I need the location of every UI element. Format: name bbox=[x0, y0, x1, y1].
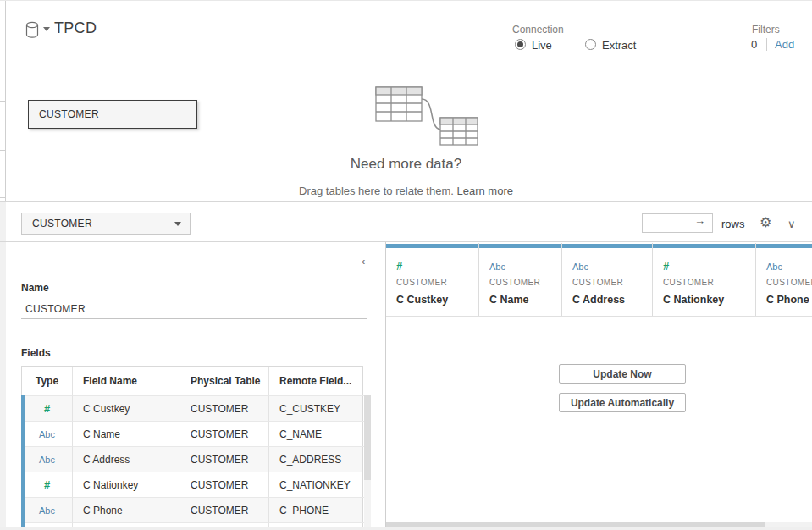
database-caret-down-icon[interactable] bbox=[43, 27, 50, 31]
physical-table-cell: CUSTOMER bbox=[180, 446, 269, 472]
gear-icon[interactable]: ⚙ bbox=[760, 214, 771, 230]
table-name-input[interactable] bbox=[21, 299, 367, 319]
number-type-icon: # bbox=[396, 260, 402, 273]
dropdown-arrow-icon bbox=[174, 222, 181, 226]
number-type-icon: # bbox=[663, 260, 669, 273]
empty-state-text: Drag tables here to relate them. bbox=[299, 185, 456, 197]
table-selector-dropdown[interactable]: CUSTOMER bbox=[21, 213, 191, 235]
table-row[interactable]: Abc C Phone CUSTOMER C_PHONE bbox=[22, 497, 362, 522]
learn-more-link[interactable]: Learn more bbox=[456, 185, 512, 197]
column-table-name: CUSTOMER bbox=[572, 278, 652, 287]
update-now-button[interactable]: Update Now bbox=[559, 364, 686, 384]
string-type-icon: Abc bbox=[39, 455, 55, 465]
field-name-cell: C Nationkey bbox=[73, 472, 180, 497]
string-type-icon: Abc bbox=[489, 262, 505, 272]
empty-state-title: Need more data? bbox=[0, 156, 812, 173]
radio-live[interactable] bbox=[515, 39, 526, 50]
rail-divider bbox=[0, 150, 6, 151]
selected-rows-stripe bbox=[21, 395, 25, 530]
table-selector-value: CUSTOMER bbox=[32, 218, 92, 229]
filters-divider bbox=[766, 38, 767, 51]
datasource-title[interactable]: TPCD bbox=[54, 19, 97, 37]
rows-label: rows bbox=[721, 218, 744, 230]
filters-count: 0 bbox=[751, 38, 757, 51]
empty-state-subtitle: Drag tables here to relate them. Learn m… bbox=[0, 185, 812, 197]
column-field-name: C Custkey bbox=[396, 294, 478, 306]
table-row[interactable]: Abc C Address CUSTOMER C_ADDRESS bbox=[22, 446, 362, 472]
fields-table: Type Field Name Physical Table Remote Fi… bbox=[21, 366, 363, 530]
radio-extract[interactable] bbox=[585, 39, 596, 50]
column-accent-bar bbox=[562, 244, 652, 248]
column-field-name: C Nationkey bbox=[663, 294, 755, 306]
remote-field-cell: C_NATIONKEY bbox=[269, 472, 364, 497]
data-preview-grid: # CUSTOMER C Custkey Abc CUSTOMER C Name… bbox=[385, 242, 812, 530]
col-header-physical-table[interactable]: Physical Table bbox=[180, 367, 269, 395]
remote-field-cell: C_ADDRESS bbox=[269, 446, 364, 472]
physical-table-cell: CUSTOMER bbox=[180, 472, 269, 497]
column-table-name: CUSTOMER bbox=[396, 278, 478, 287]
rail-divider bbox=[0, 101, 6, 102]
grid-header-border bbox=[386, 316, 812, 317]
fields-scrollbar-thumb[interactable] bbox=[364, 395, 371, 480]
table-row[interactable]: # C Custkey CUSTOMER C_CUSTKEY bbox=[22, 395, 362, 421]
chevron-down-icon[interactable]: ∨ bbox=[787, 218, 796, 230]
number-type-icon: # bbox=[44, 478, 50, 491]
string-type-icon: Abc bbox=[766, 262, 782, 272]
table-row[interactable]: # C Nationkey CUSTOMER C_NATIONKEY bbox=[22, 472, 362, 497]
rows-go-arrow-icon[interactable]: → bbox=[694, 214, 705, 227]
field-name-cell: C Name bbox=[73, 421, 180, 446]
column-field-name: C Address bbox=[572, 294, 652, 306]
left-rail-lower bbox=[0, 202, 6, 530]
grid-column-header[interactable]: Abc CUSTOMER C Address bbox=[562, 243, 653, 316]
field-name-cell: C Address bbox=[73, 446, 180, 472]
field-name-cell: C Custkey bbox=[73, 395, 180, 421]
remote-field-cell: C_NAME bbox=[269, 421, 364, 446]
table-row[interactable]: Abc C Name CUSTOMER C_NAME bbox=[22, 421, 362, 446]
column-accent-bar bbox=[479, 244, 561, 248]
grid-column-header[interactable]: # CUSTOMER C Nationkey bbox=[653, 243, 756, 316]
physical-table-cell: CUSTOMER bbox=[180, 421, 269, 446]
col-header-type[interactable]: Type bbox=[22, 367, 73, 395]
database-icon[interactable] bbox=[24, 21, 41, 42]
string-type-icon: Abc bbox=[572, 262, 588, 272]
relate-tables-graphic bbox=[369, 82, 479, 150]
string-type-icon: Abc bbox=[39, 429, 55, 439]
collapse-panel-icon[interactable]: ‹ bbox=[362, 255, 365, 268]
grid-column-header[interactable]: Abc CUSTOMER C Name bbox=[479, 243, 562, 316]
col-header-remote-field[interactable]: Remote Field... bbox=[269, 367, 364, 395]
column-field-name: C Name bbox=[489, 294, 561, 306]
column-table-name: CUSTOMER bbox=[489, 278, 561, 287]
column-field-name: C Phone bbox=[766, 294, 812, 306]
physical-table-cell: CUSTOMER bbox=[180, 395, 269, 421]
column-table-name: CUSTOMER bbox=[663, 278, 755, 287]
rail-divider bbox=[0, 197, 6, 198]
remote-field-cell: C_PHONE bbox=[269, 497, 364, 522]
fields-label: Fields bbox=[21, 347, 51, 359]
radio-live-label[interactable]: Live bbox=[532, 39, 552, 52]
col-header-field-name[interactable]: Field Name bbox=[73, 367, 180, 395]
tableau-datasource-page: TPCD Connection Live Extract Filters 0 A… bbox=[0, 0, 812, 530]
fields-header-row: Type Field Name Physical Table Remote Fi… bbox=[22, 367, 362, 395]
canvas-divider bbox=[0, 201, 812, 202]
number-type-icon: # bbox=[44, 402, 50, 415]
string-type-icon: Abc bbox=[39, 505, 55, 516]
bottom-strip bbox=[0, 527, 812, 530]
remote-field-cell: C_CUSTKEY bbox=[269, 395, 364, 421]
filters-label: Filters bbox=[752, 24, 780, 36]
filters-add-link[interactable]: Add bbox=[775, 38, 794, 51]
column-accent-bar bbox=[386, 244, 478, 248]
grid-column-header[interactable]: # CUSTOMER C Custkey bbox=[386, 243, 479, 316]
column-accent-bar bbox=[756, 244, 812, 248]
physical-table-cell: CUSTOMER bbox=[180, 497, 269, 522]
grid-column-header[interactable]: Abc CUSTOMER C Phone bbox=[756, 243, 812, 316]
name-label: Name bbox=[21, 282, 49, 294]
column-table-name: CUSTOMER bbox=[766, 278, 812, 287]
column-accent-bar bbox=[653, 244, 755, 248]
field-name-cell: C Phone bbox=[73, 497, 180, 522]
rail-divider bbox=[0, 240, 6, 240]
canvas-table-customer[interactable]: CUSTOMER bbox=[28, 100, 197, 129]
update-automatically-button[interactable]: Update Automatically bbox=[559, 393, 686, 412]
connection-label: Connection bbox=[512, 24, 564, 36]
radio-extract-label[interactable]: Extract bbox=[602, 39, 636, 52]
